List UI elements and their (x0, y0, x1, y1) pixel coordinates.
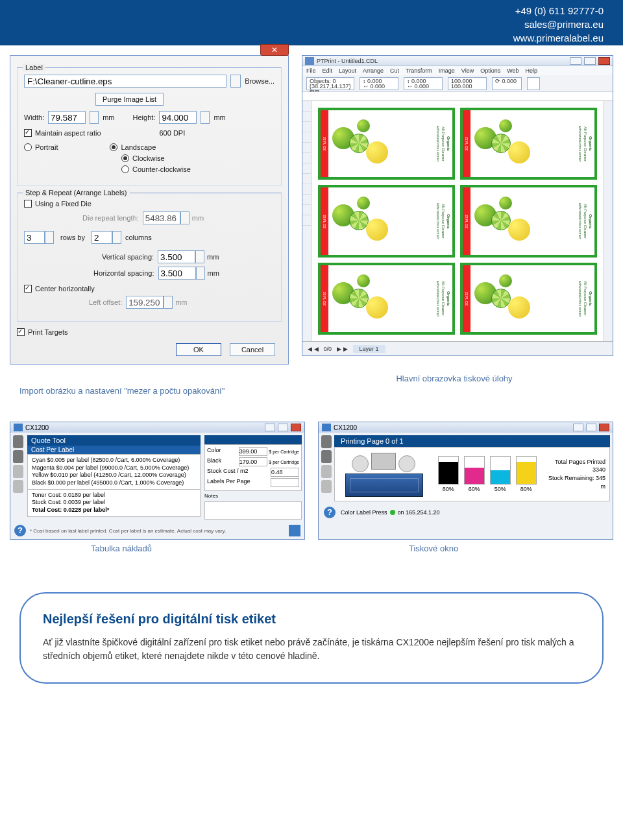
targets-checkbox[interactable] (17, 328, 25, 336)
mm-3: mm (192, 214, 204, 222)
quote-window: CX1200 Quote Tool Cost Per Label Cyan $0… (10, 422, 305, 540)
landscape-label: Landscape (121, 143, 156, 151)
minimize-icon[interactable] (265, 424, 275, 431)
height-input[interactable] (159, 111, 197, 124)
width-spin[interactable] (90, 111, 99, 124)
purge-button[interactable]: Purge Image List (95, 93, 164, 106)
mm-6: mm (175, 298, 187, 306)
nav-icon[interactable] (321, 435, 332, 448)
printer-ip: on 165.254.1.20 (398, 509, 440, 516)
path-dropdown[interactable] (230, 75, 241, 88)
fixed-die-checkbox[interactable] (24, 200, 32, 208)
nav-icon[interactable] (13, 480, 23, 493)
menu-item[interactable]: Image (439, 67, 455, 74)
maximize-icon[interactable] (278, 424, 288, 431)
center-checkbox[interactable] (24, 285, 32, 293)
menu-item[interactable]: Edit (323, 67, 333, 74)
nav-icon[interactable] (13, 465, 23, 478)
minimize-icon[interactable] (570, 57, 581, 65)
right-tools[interactable] (604, 101, 613, 341)
cost-lines: Cyan $0.005 per label (82500.0 /Cart, 6.… (27, 454, 201, 490)
printer-illustration (339, 451, 430, 497)
path-input[interactable] (24, 75, 226, 88)
close-icon[interactable]: ✕ (260, 44, 289, 56)
height-spin[interactable] (201, 111, 210, 124)
targets-label: Print Targets (28, 328, 68, 336)
nav-icon[interactable] (321, 450, 332, 463)
label-preview: 22 FL OZOrganicAll-Purpose Cleanerwith n… (460, 185, 597, 257)
caption-left1: Import obrázku a nastavení "mezer a počt… (13, 386, 299, 396)
step-repeat-group: Step & Repeat (Arrange Labels) Using a F… (17, 193, 282, 322)
nav-icon[interactable] (13, 435, 23, 448)
left-spin (164, 296, 173, 309)
aspect-checkbox[interactable] (24, 129, 32, 137)
cols-input[interactable] (92, 231, 112, 244)
app-icon (14, 424, 23, 431)
menu-item[interactable]: Layout (339, 67, 356, 74)
menu-item[interactable]: Cut (390, 67, 399, 74)
rows-input[interactable] (24, 231, 45, 244)
menu-item[interactable]: File (306, 67, 316, 74)
portrait-radio[interactable] (24, 143, 32, 151)
hsp-input[interactable] (158, 267, 196, 280)
width-label: Width: (24, 114, 44, 121)
save-icon[interactable] (289, 525, 300, 536)
menu-bar[interactable]: FileEditLayoutArrangeCutTransformImageVi… (302, 66, 613, 75)
nav-icon[interactable] (321, 465, 332, 478)
help-icon[interactable]: ? (14, 525, 26, 536)
window-title: CX1200 (25, 424, 49, 431)
browse-link[interactable]: Browse... (245, 77, 275, 85)
vsp-input[interactable] (158, 250, 195, 263)
app-icon (305, 57, 314, 65)
canvas[interactable]: 22 FL OZOrganicAll-Purpose Cleanerwith n… (312, 101, 604, 341)
cols-label: columns (125, 234, 152, 241)
notes-field[interactable] (204, 501, 302, 520)
ok-button[interactable]: OK (176, 343, 221, 356)
tool-palette[interactable] (302, 101, 312, 341)
menu-item[interactable]: Options (480, 67, 500, 74)
minimize-icon[interactable] (573, 424, 583, 431)
hsp-label: Horizontal spacing: (93, 269, 154, 277)
menu-item[interactable]: Transform (406, 67, 432, 74)
nav-icon[interactable] (321, 480, 332, 493)
menu-item[interactable]: Web (507, 67, 519, 74)
left-offset-label: Left offset: (89, 298, 122, 306)
rows-label: rows by (60, 234, 85, 241)
vsp-spin[interactable] (195, 250, 204, 263)
black-cost-input[interactable] (239, 457, 267, 466)
mm-2: mm (214, 114, 225, 121)
menu-item[interactable]: Arrange (363, 67, 384, 74)
close-icon[interactable] (598, 57, 610, 65)
maximize-icon[interactable] (584, 57, 596, 65)
mm-1: mm (103, 114, 114, 121)
label-preview: 22 FL OZOrganicAll-Purpose Cleanerwith n… (460, 263, 597, 335)
label-legend: Label (23, 64, 45, 71)
landscape-radio[interactable] (110, 143, 117, 151)
stock-cost-input[interactable] (271, 468, 299, 477)
object-bar: Objects: 0 (38.217,14.137) mm ↕ 0.000↔ 0… (302, 75, 613, 92)
window-title: CX1200 (334, 424, 357, 431)
ccw-label: Counter-clockwise (132, 165, 191, 173)
menu-item[interactable]: View (461, 67, 474, 74)
hsp-spin[interactable] (196, 267, 205, 280)
menu-item[interactable]: Help (526, 67, 538, 74)
printing-header: Printing Page 0 of 1 (334, 435, 610, 447)
rows-spin[interactable] (45, 231, 54, 244)
color-cost-input[interactable] (239, 447, 267, 456)
portrait-label: Portrait (35, 143, 58, 151)
labels-per-page-input[interactable] (271, 478, 299, 487)
stock-cost: Stock Cost: 0.0039 per label (32, 499, 196, 507)
nav-icon[interactable] (13, 450, 23, 463)
close-icon[interactable] (599, 424, 609, 431)
cw-label: Clockwise (132, 154, 165, 162)
label-preview: 22 FL OZOrganicAll-Purpose Cleanerwith n… (318, 263, 455, 335)
help-icon[interactable]: ? (324, 507, 336, 518)
maximize-icon[interactable] (586, 424, 596, 431)
cw-radio[interactable] (121, 154, 129, 162)
cols-spin[interactable] (112, 231, 121, 244)
width-input[interactable] (48, 111, 86, 124)
cancel-button[interactable]: Cancel (230, 343, 275, 356)
ccw-radio[interactable] (121, 165, 129, 173)
stock-remaining: Stock Remaining: 345 m (544, 474, 605, 490)
close-icon[interactable] (291, 424, 301, 431)
